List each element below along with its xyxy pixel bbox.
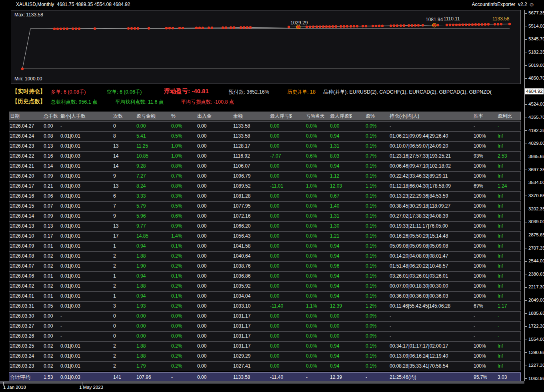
table-cell: 0.00	[192, 173, 227, 179]
table-cell: 7	[108, 203, 132, 209]
table-cell: 00:06:46|09:47:10|102:18:02	[385, 163, 470, 169]
table-cell: 0.0%	[304, 353, 327, 359]
table-cell: 100%	[470, 273, 493, 279]
table-cell: 00:16:26|05:50:29|15:14:48	[385, 233, 470, 239]
table-cell: 3.33	[132, 193, 169, 199]
table-cell: 0.0%	[304, 233, 327, 239]
table-row: 2026.04.200.090.01|0.0197.270.7%0.001096…	[9, 171, 521, 180]
table-cell: 1096.79	[227, 173, 266, 179]
table-cell: -	[493, 323, 521, 329]
table-cell: Inf	[493, 243, 521, 249]
table-cell: -	[60, 323, 108, 329]
table-cell: 00:19:33|21:11:17|76:05:00	[385, 223, 470, 229]
trade-dot	[417, 24, 420, 26]
table-cell: 0.01|0.01	[60, 143, 108, 149]
table-cell: 100%	[470, 213, 493, 219]
table-cell: 0.17	[44, 233, 60, 239]
table-cell: 1034.04	[227, 293, 266, 299]
table-cell: Inf	[493, 143, 521, 149]
table-cell: Inf	[493, 273, 521, 279]
table-row: 2026.04.160.060.01|0.0163.330.3%0.001081…	[9, 191, 521, 200]
ea-smiley-icon: ☺	[529, 2, 534, 7]
trade-dot	[446, 24, 448, 26]
table-cell: 2	[108, 263, 132, 269]
table-cell: 1.30	[327, 223, 362, 229]
table-cell: 0.00	[266, 163, 304, 169]
trade-dot	[508, 23, 511, 25]
table-cell: 0.00	[192, 363, 227, 369]
table-cell: 00:07:00|00:18:30|00:30:00	[385, 283, 470, 289]
trade-dot	[487, 23, 490, 26]
trade-dot	[240, 26, 242, 29]
table-cell: 0.1%	[362, 263, 385, 269]
trade-dot	[56, 28, 59, 30]
table-cell: 05:09:08|05:09:08|05:09:08	[385, 243, 470, 249]
info-panel: 【实时持仓】 多单: 6 (0.08手) 空单: 6 (0.06手) 浮动盈亏:…	[0, 85, 544, 110]
table-cell: 0.02	[44, 363, 60, 369]
table-cell: 9.28	[132, 163, 169, 169]
trade-dot	[346, 25, 348, 28]
table-cell: 1.88	[132, 283, 169, 289]
trade-dot	[297, 26, 300, 28]
table-cell: 0.8%	[169, 183, 192, 189]
table-cell: 12.03	[327, 183, 362, 189]
ea-name-wrap: AccountInfoExporter_v2.2 ☺	[472, 2, 534, 7]
table-cell: 0.1%	[362, 343, 385, 349]
table-cell: 1036.86	[227, 273, 266, 279]
table-cell: 0	[108, 333, 132, 339]
table-cell: 0.16	[44, 153, 60, 159]
table-cell: Inf	[493, 253, 521, 259]
table-cell: 0.00	[44, 313, 60, 319]
table-cell: 21:25:46(均)	[385, 374, 470, 381]
price-tick-label: 1722.30	[528, 324, 544, 328]
table-cell: 0.00	[192, 203, 227, 209]
table-cell: 0.2%	[169, 353, 192, 359]
table-cell: 0.96	[327, 263, 362, 269]
table-cell: 0.0%	[362, 123, 385, 129]
table-row: 2026.04.070.020.01|0.0121.900.2%0.001038…	[9, 261, 521, 270]
table-cell: 1066.20	[227, 223, 266, 229]
equity-chart-area[interactable]: Max: 1133.58 Min: 1000.00 1029.291081.94…	[11, 10, 521, 84]
price-tick-label: 2875.65	[528, 232, 544, 237]
trade-dot	[172, 27, 174, 29]
table-cell: 0.0%	[304, 343, 327, 349]
table-cell: 2026.04.21	[9, 163, 44, 169]
trade-dot	[288, 26, 290, 28]
trade-dot	[433, 24, 436, 26]
table-cell: 1.88	[132, 353, 169, 359]
trade-dot	[312, 26, 314, 28]
table-cell: 0.9%	[169, 223, 192, 229]
table-row: 2026.03.270.00-00.000.0%0.001031.170.000…	[9, 321, 521, 330]
table-cell: 100%	[470, 173, 493, 179]
table-cell: 1.40	[327, 203, 362, 209]
table-cell: 0.00	[192, 333, 227, 339]
table-cell: 0.00	[192, 374, 227, 380]
table-cell: 1133.58	[227, 374, 266, 380]
table-cell: 0.01|0.01	[60, 163, 108, 169]
table-cell: Inf	[493, 163, 521, 169]
table-cell: 0.01|0.03	[60, 303, 108, 309]
trade-dot	[340, 25, 342, 28]
table-cell: 2	[108, 353, 132, 359]
table-cell: 0.00	[192, 243, 227, 249]
price-tick	[525, 300, 527, 301]
trade-dot	[137, 27, 139, 30]
history-points-title: 【历史点数】	[12, 98, 46, 105]
trade-dot	[211, 26, 213, 29]
header-cell: 盈亏金额	[132, 113, 169, 120]
table-cell: 1081.28	[227, 193, 266, 199]
table-cell: 1.21	[327, 233, 362, 239]
table-cell: 0.0%	[304, 283, 327, 289]
table-cell: 8	[108, 133, 132, 139]
table-cell: 1.24	[493, 183, 521, 189]
table-cell: 00:22:42|33:46:32|89:29:11	[385, 173, 470, 179]
horizontal-scrollbar[interactable]	[0, 381, 524, 384]
price-tick-label: 2707.35	[528, 246, 544, 250]
table-cell: 0.94	[327, 293, 362, 299]
trade-dot	[462, 24, 464, 26]
table-cell: 0.0%	[304, 363, 327, 369]
table-cell: 00:13:23|22:29:36|84:53:59	[385, 193, 470, 199]
table-cell: 0.00	[266, 143, 304, 149]
table-cell: 0.1%	[362, 353, 385, 359]
price-tick	[525, 52, 527, 52]
